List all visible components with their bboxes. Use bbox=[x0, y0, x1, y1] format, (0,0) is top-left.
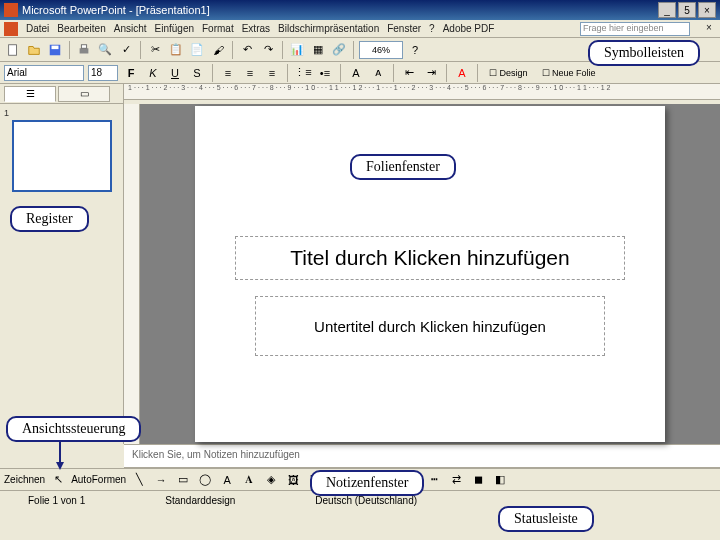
hyperlink-icon[interactable]: 🔗 bbox=[330, 41, 348, 59]
menu-einfuegen[interactable]: Einfügen bbox=[155, 23, 194, 34]
undo-icon[interactable]: ↶ bbox=[238, 41, 256, 59]
line-icon[interactable]: ╲ bbox=[130, 471, 148, 489]
notes-pane[interactable]: Klicken Sie, um Notizen hinzuzufügen bbox=[124, 444, 720, 468]
annotation-folienfenster: Folienfenster bbox=[350, 154, 456, 180]
help-icon[interactable]: ? bbox=[406, 41, 424, 59]
spellcheck-icon[interactable]: ✓ bbox=[117, 41, 135, 59]
chart-icon[interactable]: 📊 bbox=[288, 41, 306, 59]
wordart-icon[interactable]: 𝐀 bbox=[240, 471, 258, 489]
increase-font-icon[interactable]: A bbox=[347, 64, 365, 82]
clipart-icon[interactable]: 🖼 bbox=[284, 471, 302, 489]
fontcolor-icon[interactable]: A bbox=[453, 64, 471, 82]
design-button[interactable]: ☐ Design bbox=[484, 64, 533, 82]
svg-marker-6 bbox=[56, 462, 64, 470]
outline-icon: ☰ bbox=[26, 88, 35, 99]
font-name-combo[interactable]: Arial bbox=[4, 65, 84, 81]
tab-outline[interactable]: ☰ bbox=[4, 86, 56, 102]
save-icon[interactable] bbox=[46, 41, 64, 59]
cut-icon[interactable]: ✂ bbox=[146, 41, 164, 59]
shadow-style-icon[interactable]: ◼ bbox=[469, 471, 487, 489]
newslide-button[interactable]: ☐ Neue Folie bbox=[537, 64, 601, 82]
italic-button[interactable]: K bbox=[144, 64, 162, 82]
draw-menu[interactable]: Zeichnen bbox=[4, 474, 45, 485]
new-icon[interactable] bbox=[4, 41, 22, 59]
slides-icon: ▭ bbox=[80, 88, 89, 99]
status-language: Deutsch (Deutschland) bbox=[295, 495, 437, 506]
close-button[interactable]: × bbox=[698, 2, 716, 18]
slide-panel: 1 bbox=[0, 104, 124, 444]
align-left-icon[interactable]: ≡ bbox=[219, 64, 237, 82]
redo-icon[interactable]: ↷ bbox=[259, 41, 277, 59]
bold-button[interactable]: F bbox=[122, 64, 140, 82]
table-icon[interactable]: ▦ bbox=[309, 41, 327, 59]
horizontal-ruler: 1···1···2···3···4···5···6···7···8···9···… bbox=[124, 84, 720, 100]
title-placeholder[interactable]: Titel durch Klicken hinzufügen bbox=[235, 236, 625, 280]
app-icon bbox=[4, 22, 18, 36]
menu-bar: Datei Bearbeiten Ansicht Einfügen Format… bbox=[0, 20, 720, 38]
arrow-ansicht bbox=[50, 436, 70, 476]
minimize-button[interactable]: _ bbox=[658, 2, 676, 18]
paste-icon[interactable]: 📄 bbox=[188, 41, 206, 59]
tab-slides[interactable]: ▭ bbox=[58, 86, 110, 102]
numbering-icon[interactable]: ⋮≡ bbox=[294, 64, 312, 82]
annotation-statusleiste: Statusleiste bbox=[498, 506, 594, 532]
menu-ansicht[interactable]: Ansicht bbox=[114, 23, 147, 34]
powerpoint-icon bbox=[4, 3, 18, 17]
window-title: Microsoft PowerPoint - [Präsentation1] bbox=[22, 4, 210, 16]
menu-help[interactable]: ? bbox=[429, 23, 435, 34]
annotation-symbolleisten: Symbolleisten bbox=[588, 40, 700, 66]
shadow-button[interactable]: S bbox=[188, 64, 206, 82]
underline-button[interactable]: U bbox=[166, 64, 184, 82]
annotation-register: Register bbox=[10, 206, 89, 232]
question-input[interactable]: Frage hier eingeben bbox=[580, 22, 690, 36]
autoform-menu[interactable]: AutoFormen bbox=[71, 474, 126, 485]
svg-rect-0 bbox=[9, 44, 17, 55]
menu-fenster[interactable]: Fenster bbox=[387, 23, 421, 34]
status-slide-info: Folie 1 von 1 bbox=[8, 495, 105, 506]
subtitle-placeholder[interactable]: Untertitel durch Klicken hinzufügen bbox=[255, 296, 605, 356]
vertical-ruler bbox=[124, 104, 140, 444]
svg-rect-2 bbox=[52, 45, 59, 49]
increase-indent-icon[interactable]: ⇥ bbox=[422, 64, 440, 82]
3d-icon[interactable]: ◧ bbox=[491, 471, 509, 489]
maximize-button[interactable]: 5 bbox=[678, 2, 696, 18]
arrow-icon[interactable]: → bbox=[152, 471, 170, 489]
slide-thumbnail-1[interactable] bbox=[12, 120, 112, 192]
doc-close-button[interactable]: × bbox=[702, 22, 716, 36]
oval-icon[interactable]: ◯ bbox=[196, 471, 214, 489]
copy-icon[interactable]: 📋 bbox=[167, 41, 185, 59]
svg-rect-3 bbox=[80, 48, 89, 53]
align-center-icon[interactable]: ≡ bbox=[241, 64, 259, 82]
status-design: Standarddesign bbox=[145, 495, 255, 506]
rectangle-icon[interactable]: ▭ bbox=[174, 471, 192, 489]
menu-bearbeiten[interactable]: Bearbeiten bbox=[57, 23, 105, 34]
dashstyle-icon[interactable]: ┅ bbox=[425, 471, 443, 489]
decrease-indent-icon[interactable]: ⇤ bbox=[400, 64, 418, 82]
font-size-combo[interactable]: 18 bbox=[88, 65, 118, 81]
svg-rect-4 bbox=[81, 44, 86, 48]
arrowstyle-icon[interactable]: ⇄ bbox=[447, 471, 465, 489]
decrease-font-icon[interactable]: ᴀ bbox=[369, 64, 387, 82]
menu-bildschirm[interactable]: Bildschirmpräsentation bbox=[278, 23, 379, 34]
annotation-ansichtsteuerung: Ansichtssteuerung bbox=[6, 416, 141, 442]
slide-number: 1 bbox=[4, 108, 119, 118]
align-right-icon[interactable]: ≡ bbox=[263, 64, 281, 82]
menu-datei[interactable]: Datei bbox=[26, 23, 49, 34]
window-titlebar: Microsoft PowerPoint - [Präsentation1] _… bbox=[0, 0, 720, 20]
menu-adobepdf[interactable]: Adobe PDF bbox=[443, 23, 495, 34]
bullets-icon[interactable]: •≡ bbox=[316, 64, 334, 82]
diagram-icon[interactable]: ◈ bbox=[262, 471, 280, 489]
textbox-icon[interactable]: A bbox=[218, 471, 236, 489]
open-icon[interactable] bbox=[25, 41, 43, 59]
menu-extras[interactable]: Extras bbox=[242, 23, 270, 34]
print-icon[interactable] bbox=[75, 41, 93, 59]
zoom-combo[interactable]: 46% bbox=[359, 41, 403, 59]
annotation-notizenfenster: Notizenfenster bbox=[310, 470, 424, 496]
preview-icon[interactable]: 🔍 bbox=[96, 41, 114, 59]
menu-format[interactable]: Format bbox=[202, 23, 234, 34]
formatpainter-icon[interactable]: 🖌 bbox=[209, 41, 227, 59]
